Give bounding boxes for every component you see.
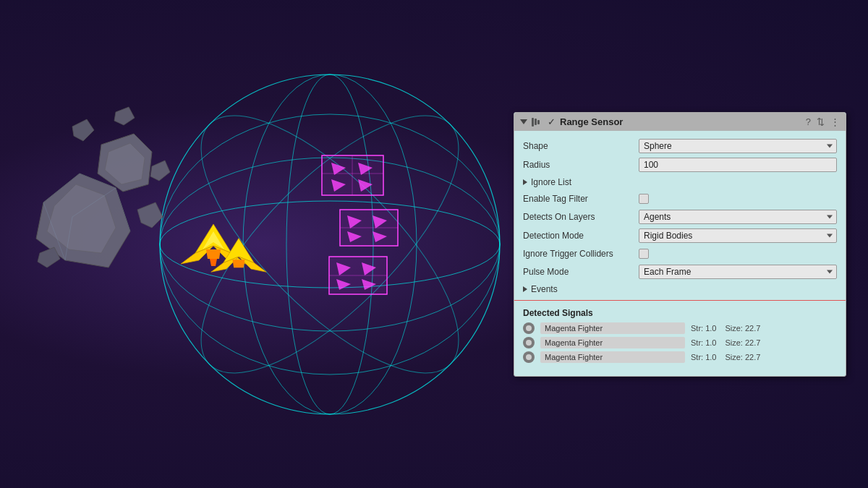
ignore-trigger-label: Ignore Trigger Colliders xyxy=(523,249,639,259)
shape-select[interactable]: Sphere xyxy=(639,139,837,153)
signal-icon-2 xyxy=(523,351,535,363)
pulse-mode-select[interactable]: Each Frame xyxy=(639,265,837,279)
events-section[interactable]: Events xyxy=(514,281,846,297)
signal-row-0: Magenta Fighter Str: 1.0 Size: 22.7 xyxy=(523,322,837,334)
svg-marker-11 xyxy=(105,143,145,184)
signal-str-0: Str: 1.0 xyxy=(691,324,716,333)
svg-point-7 xyxy=(163,78,496,411)
inspector-body: Shape Sphere Radius Ignore List Enable T… xyxy=(514,131,846,376)
detected-signals-section: Detected Signals Magenta Fighter Str: 1.… xyxy=(514,304,846,370)
svg-line-17 xyxy=(43,174,80,202)
signal-icon-0 xyxy=(523,322,535,334)
svg-marker-9 xyxy=(47,184,116,253)
detects-on-layers-row: Detects On Layers Agents xyxy=(514,207,846,226)
svg-point-6 xyxy=(163,78,496,411)
detected-signals-title: Detected Signals xyxy=(523,308,837,318)
settings-icon[interactable]: ⇅ xyxy=(817,116,825,127)
ignore-list-triangle-icon xyxy=(523,179,527,185)
signal-size-1: Size: 22.7 xyxy=(725,338,760,347)
signal-name-2[interactable]: Magenta Fighter xyxy=(540,351,685,363)
detects-on-layers-select[interactable]: Agents xyxy=(639,210,837,224)
shape-label: Shape xyxy=(523,141,639,151)
pulse-mode-label: Pulse Mode xyxy=(523,267,639,277)
signal-str-1: Str: 1.0 xyxy=(691,338,716,347)
ignore-trigger-row: Ignore Trigger Colliders xyxy=(514,245,846,262)
enabled-checkbox[interactable]: ✓ xyxy=(548,116,556,127)
svg-point-3 xyxy=(160,114,500,374)
detects-on-layers-label: Detects On Layers xyxy=(523,212,639,222)
divider xyxy=(514,300,846,301)
svg-point-5 xyxy=(243,74,417,414)
signal-name-0[interactable]: Magenta Fighter xyxy=(540,322,685,334)
svg-point-2 xyxy=(160,158,500,331)
svg-line-21 xyxy=(72,188,116,217)
enable-tag-filter-checkbox[interactable] xyxy=(639,194,649,204)
detection-mode-select-wrapper: Rigid Bodies xyxy=(639,228,837,243)
svg-point-1 xyxy=(160,201,500,288)
signal-str-2: Str: 1.0 xyxy=(691,353,716,361)
signal-stats-0: Str: 1.0 Size: 22.7 xyxy=(691,324,760,333)
detection-mode-select[interactable]: Rigid Bodies xyxy=(639,228,837,243)
enable-tag-filter-label: Enable Tag Filter xyxy=(523,194,639,204)
inspector-panel: ✓ Range Sensor ? ⇅ ⋮ Shape Sphere Radius xyxy=(514,112,846,377)
ignore-trigger-checkbox[interactable] xyxy=(639,249,649,259)
ignore-list-label: Ignore List xyxy=(531,177,571,187)
radius-label: Radius xyxy=(523,160,639,170)
svg-point-0 xyxy=(160,74,500,414)
collapse-triangle-icon[interactable] xyxy=(520,119,527,124)
signal-name-1[interactable]: Magenta Fighter xyxy=(540,337,685,348)
svg-marker-16 xyxy=(114,107,135,125)
svg-line-22 xyxy=(65,217,72,260)
svg-marker-10 xyxy=(98,134,152,192)
signal-size-0: Size: 22.7 xyxy=(725,324,760,333)
ignore-list-section[interactable]: Ignore List xyxy=(514,174,846,190)
events-label: Events xyxy=(531,284,558,294)
signal-stats-1: Str: 1.0 Size: 22.7 xyxy=(691,338,760,347)
signal-stats-2: Str: 1.0 Size: 22.7 xyxy=(691,353,760,361)
signal-row-1: Magenta Fighter Str: 1.0 Size: 22.7 xyxy=(523,337,837,348)
pulse-mode-select-wrapper: Each Frame xyxy=(639,265,837,279)
header-actions: ? ⇅ ⋮ xyxy=(806,116,840,127)
sphere-wireframe xyxy=(149,64,511,425)
radius-field-row: Radius xyxy=(514,155,846,174)
svg-line-18 xyxy=(80,174,116,188)
detection-mode-label: Detection Mode xyxy=(523,231,639,241)
svg-line-19 xyxy=(116,188,130,231)
more-icon[interactable]: ⋮ xyxy=(830,116,840,127)
enable-tag-filter-row: Enable Tag Filter xyxy=(514,190,846,207)
signal-row-2: Magenta Fighter Str: 1.0 Size: 22.7 xyxy=(523,351,837,363)
help-icon[interactable]: ? xyxy=(806,116,811,127)
svg-marker-15 xyxy=(38,247,60,267)
component-icon xyxy=(532,118,543,127)
pulse-mode-row: Pulse Mode Each Frame xyxy=(514,262,846,281)
svg-line-20 xyxy=(43,202,65,260)
svg-marker-8 xyxy=(36,174,130,267)
inspector-header: ✓ Range Sensor ? ⇅ ⋮ xyxy=(514,113,846,131)
events-triangle-icon xyxy=(523,286,527,292)
shape-field-row: Shape Sphere xyxy=(514,137,846,155)
shape-select-wrapper: Sphere xyxy=(639,139,837,153)
detection-mode-row: Detection Mode Rigid Bodies xyxy=(514,226,846,245)
signal-icon-1 xyxy=(523,337,535,348)
detects-on-layers-select-wrapper: Agents xyxy=(639,210,837,224)
svg-marker-13 xyxy=(72,119,94,141)
radius-value-wrapper xyxy=(639,158,837,172)
radius-input[interactable] xyxy=(639,158,837,172)
signal-size-2: Size: 22.7 xyxy=(725,353,760,361)
component-title: Range Sensor xyxy=(560,116,801,127)
svg-point-4 xyxy=(286,74,373,414)
